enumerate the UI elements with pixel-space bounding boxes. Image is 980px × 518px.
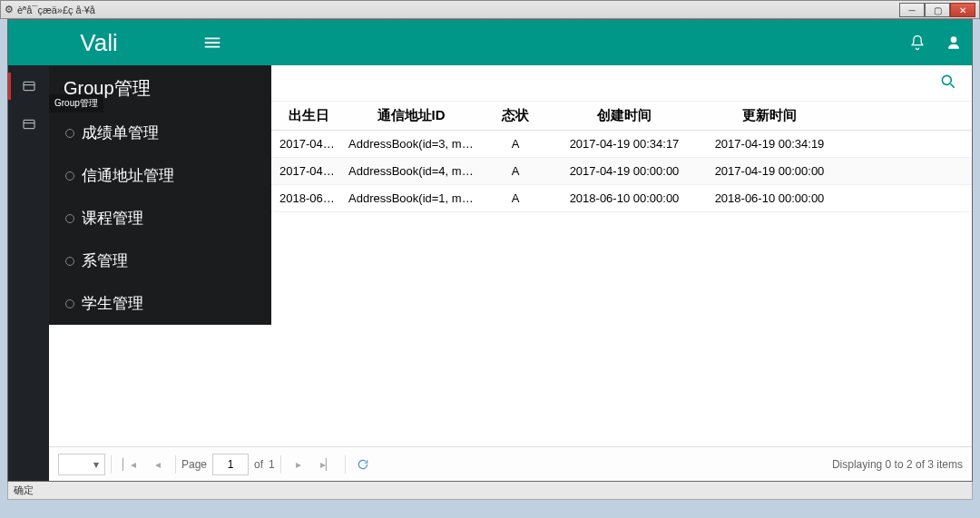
- page-size-select[interactable]: ▾: [58, 454, 105, 475]
- notifications-button[interactable]: [899, 20, 936, 65]
- col-created[interactable]: 创建时间: [552, 107, 697, 124]
- window-titlebar: ⚙ èªå¯çæä»£ç å·¥å ─ ▢ ✕: [0, 0, 980, 19]
- cell-status: A: [479, 191, 552, 205]
- flyout-item-label: 信通地址管理: [82, 165, 174, 186]
- flyout-item-label: 学生管理: [82, 293, 143, 314]
- next-page-button[interactable]: ▸: [287, 453, 310, 476]
- body-area: Group管理 Group管理 成绩单管理 信通地址管理 课程管理 系管理 学生…: [8, 65, 972, 481]
- circle-icon: [65, 129, 74, 138]
- cell-address-id: AddressBook(id=3, mo...: [343, 137, 479, 151]
- cell-birth: 2018-06-0...: [274, 191, 343, 205]
- cell-address-id: AddressBook(id=4, mo...: [343, 164, 479, 178]
- svg-line-5: [951, 83, 955, 87]
- cell-updated: 2017-04-19 00:00:00: [697, 164, 842, 178]
- col-updated[interactable]: 更新时间: [697, 107, 842, 124]
- circle-icon: [65, 171, 74, 181]
- separator: [345, 455, 346, 474]
- svg-rect-0: [24, 82, 34, 90]
- status-bar: 确定: [7, 482, 973, 500]
- cell-updated: 2017-04-19 00:34:19: [697, 137, 842, 151]
- separator: [111, 455, 112, 474]
- col-birth[interactable]: 出生日: [274, 107, 343, 124]
- cell-birth: 2017-04-1...: [274, 137, 343, 151]
- flyout-item-label: 课程管理: [82, 208, 143, 229]
- svg-point-4: [942, 75, 951, 84]
- of-label: of: [254, 458, 263, 471]
- sidebar-tooltip: Group管理: [49, 94, 103, 112]
- circle-icon: [65, 257, 74, 266]
- menu-toggle-button[interactable]: [190, 20, 235, 65]
- cell-created: 2018-06-10 00:00:00: [552, 191, 697, 205]
- flyout-item-department[interactable]: 系管理: [49, 239, 271, 282]
- circle-icon: [65, 299, 74, 308]
- svg-rect-2: [24, 120, 34, 128]
- last-page-button[interactable]: ▸▏: [316, 453, 339, 476]
- pager-display-text: Displaying 0 to 2 of 3 items: [832, 458, 963, 471]
- col-address-id[interactable]: 通信地址ID: [343, 107, 479, 124]
- topbar: Vali: [8, 20, 972, 65]
- cell-created: 2017-04-19 00:34:17: [552, 137, 697, 151]
- flyout-item-addressbook[interactable]: 信通地址管理: [49, 154, 271, 197]
- minimize-button[interactable]: ─: [899, 3, 925, 17]
- separator: [175, 455, 176, 474]
- sidebar-item-2[interactable]: [8, 111, 49, 138]
- flyout-item-label: 成绩单管理: [82, 122, 159, 143]
- search-button[interactable]: [939, 73, 957, 94]
- col-status[interactable]: 态状: [479, 107, 552, 124]
- user-icon: [945, 34, 963, 52]
- page-label: Page: [181, 458, 207, 471]
- maximize-button[interactable]: ▢: [925, 3, 950, 17]
- mini-sidebar: [8, 65, 49, 481]
- app-logo: Vali: [8, 29, 190, 57]
- user-menu-button[interactable]: [936, 20, 972, 65]
- flyout-item-course[interactable]: 课程管理: [49, 197, 271, 239]
- cell-address-id: AddressBook(id=1, mo...: [343, 191, 479, 205]
- flyout-item-student[interactable]: 学生管理: [49, 282, 271, 325]
- cell-status: A: [479, 164, 552, 178]
- cell-created: 2017-04-19 00:00:00: [552, 164, 697, 178]
- window-title: èªå¯çæä»£ç å·¥å: [17, 5, 95, 15]
- refresh-button[interactable]: [351, 453, 375, 476]
- flyout-item-label: 系管理: [82, 250, 128, 271]
- cell-birth: 2017-04-0...: [274, 164, 343, 178]
- search-icon: [939, 73, 957, 91]
- gear-icon: ⚙: [5, 4, 14, 15]
- cell-updated: 2018-06-10 00:00:00: [697, 191, 842, 205]
- card-icon: [22, 79, 36, 93]
- prev-page-button[interactable]: ◂: [146, 453, 170, 476]
- page-input[interactable]: [212, 454, 249, 475]
- close-button[interactable]: ✕: [950, 3, 975, 17]
- circle-icon: [65, 214, 74, 223]
- first-page-button[interactable]: ▏◂: [117, 453, 141, 476]
- sidebar-item-group[interactable]: [8, 73, 49, 100]
- total-pages: 1: [269, 458, 275, 471]
- card-icon: [22, 117, 36, 132]
- bell-icon: [908, 34, 926, 52]
- separator: [280, 455, 281, 474]
- flyout-item-transcript[interactable]: 成绩单管理: [49, 112, 271, 154]
- status-text: 确定: [14, 484, 34, 495]
- hamburger-icon: [202, 33, 222, 53]
- app-window: Vali Group管理 Group管理 成绩单管理 信通地址管理 课程管理: [7, 19, 973, 482]
- cell-status: A: [479, 137, 552, 151]
- refresh-icon: [357, 458, 369, 471]
- pager: ▾ ▏◂ ◂ Page of 1 ▸ ▸▏ Displaying 0 to 2 …: [49, 446, 972, 481]
